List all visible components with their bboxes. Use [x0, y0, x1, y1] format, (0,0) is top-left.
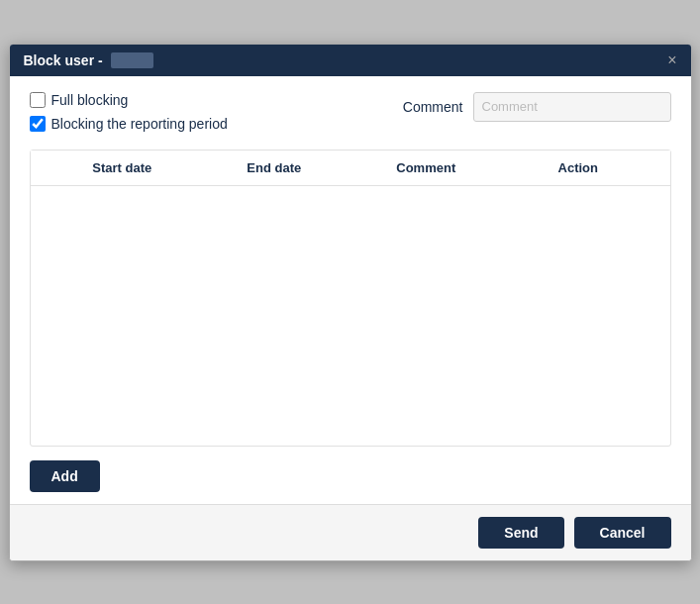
add-button[interactable]: Add [30, 460, 100, 492]
cancel-button[interactable]: Cancel [574, 517, 671, 549]
modal-header: Block user - × [10, 45, 691, 76]
send-button[interactable]: Send [478, 517, 563, 549]
modal-title-text: Block user - [24, 52, 103, 68]
full-blocking-text: Full blocking [51, 92, 129, 108]
table-header: Start date End date Comment Action [31, 151, 670, 186]
modal-body: Full blocking Blocking the reporting per… [10, 76, 691, 504]
modal-footer: Send Cancel [10, 504, 691, 560]
col-end-date: End date [198, 160, 350, 175]
options-row: Full blocking Blocking the reporting per… [30, 92, 671, 132]
close-button[interactable]: × [667, 52, 676, 68]
reporting-period-checkbox[interactable] [30, 116, 46, 132]
col-comment: Comment [350, 160, 503, 175]
col-start-date: Start date [47, 160, 199, 175]
checkboxes-group: Full blocking Blocking the reporting per… [30, 92, 228, 132]
table-body [31, 186, 670, 444]
block-user-modal: Block user - × Full blocking Blocking th… [9, 44, 692, 561]
full-blocking-checkbox[interactable] [30, 92, 46, 108]
modal-username [111, 52, 153, 68]
reporting-period-text: Blocking the reporting period [51, 116, 228, 132]
comment-label: Comment [403, 99, 463, 115]
reporting-period-label[interactable]: Blocking the reporting period [30, 116, 228, 132]
comment-input[interactable] [473, 92, 671, 122]
comment-section: Comment [403, 92, 671, 122]
col-action: Action [502, 160, 654, 175]
blocking-table: Start date End date Comment Action [30, 150, 671, 447]
full-blocking-label[interactable]: Full blocking [30, 92, 228, 108]
modal-title: Block user - [24, 52, 153, 68]
